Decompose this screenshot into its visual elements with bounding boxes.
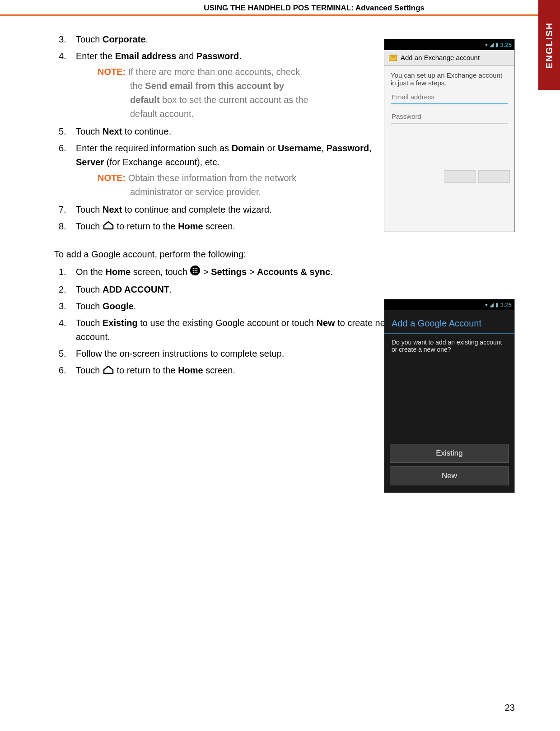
note-text: Obtain these information from the networ…: [126, 173, 296, 183]
existing-button[interactable]: Existing: [390, 444, 509, 463]
note-text: If there are more than one accounts, che…: [126, 67, 300, 77]
button-row: [444, 170, 510, 183]
bold: Next: [103, 126, 122, 136]
clock: 3:25: [500, 302, 512, 308]
step-3: 3. Touch Corporate.: [54, 33, 397, 47]
step-number: 3.: [59, 299, 66, 313]
wifi-icon: ▾: [485, 42, 488, 48]
step-5: 5. Touch Next to continue.: [54, 125, 397, 139]
svg-point-8: [195, 272, 196, 273]
g-step-6: 6. Touch to return to the Home screen.: [54, 363, 397, 378]
note-1: NOTE: If there are more than one account…: [76, 65, 397, 121]
instruction-list-1: 3. Touch Corporate. 4. Enter the Email a…: [54, 33, 397, 234]
screen-title: Add an Exchange account: [401, 54, 480, 61]
bold: Password: [196, 51, 239, 61]
bold: Corporate: [103, 34, 146, 44]
note-text: default box to set the current account a…: [98, 93, 397, 107]
screen-title: Add a Google Account: [384, 310, 514, 334]
signal-icon: ◢: [490, 42, 494, 48]
email-field[interactable]: [391, 90, 508, 104]
svg-point-2: [195, 268, 196, 270]
google-intro: To add a Google account, perform the fol…: [54, 247, 397, 261]
svg-point-5: [195, 270, 196, 271]
note-2: NOTE: Obtain these information from the …: [76, 171, 397, 199]
step-number: 3.: [59, 33, 66, 47]
screen-title-bar: Add an Exchange account: [384, 50, 514, 66]
g-step-1: 1. On the Home screen, touch > Settings …: [54, 265, 397, 280]
step-number: 8.: [59, 219, 66, 233]
language-label: ENGLISH: [544, 22, 555, 69]
ghost-button[interactable]: [478, 170, 510, 183]
svg-point-6: [196, 270, 198, 271]
text: .: [146, 34, 149, 44]
signal-icon: ◢: [490, 302, 494, 308]
instruction-list-2: 1. On the Home screen, touch > Settings …: [54, 265, 397, 378]
step-number: 5.: [59, 125, 66, 139]
svg-point-4: [193, 270, 194, 271]
apps-icon: [190, 265, 201, 280]
bold: Email address: [115, 51, 177, 61]
home-icon: [103, 364, 114, 378]
step-number: 4.: [59, 316, 66, 330]
home-icon: [103, 220, 114, 234]
g-step-5: 5. Follow the on-screen instructions to …: [54, 347, 397, 361]
note-text: the Send email from this account by: [98, 79, 397, 93]
instruction-text: You can set up an Exchange account in ju…: [391, 71, 508, 87]
clock: 3:25: [500, 42, 512, 48]
button-group: Existing New: [390, 440, 509, 485]
mail-icon: [389, 55, 397, 61]
step-8: 8. Touch to return to the Home screen.: [54, 219, 397, 234]
text: Touch: [76, 34, 103, 44]
step-7: 7. Touch Next to continue and complete t…: [54, 203, 397, 217]
step-number: 5.: [59, 347, 66, 361]
language-tab: ENGLISH: [538, 0, 560, 90]
password-field[interactable]: [391, 110, 508, 124]
text: to continue.: [122, 126, 171, 136]
note-label: NOTE:: [98, 173, 126, 183]
new-button[interactable]: New: [390, 466, 509, 485]
step-number: 4.: [59, 49, 66, 63]
text: .: [239, 51, 242, 61]
battery-icon: ▮: [495, 42, 499, 48]
text: and: [176, 51, 196, 61]
battery-icon: ▮: [495, 302, 499, 308]
ghost-button[interactable]: [444, 170, 476, 183]
text: Touch: [76, 126, 103, 136]
svg-point-9: [196, 272, 198, 273]
screenshot-google: ▾ ◢ ▮ 3:25 Add a Google Account Do you w…: [384, 299, 515, 493]
header-title: USING THE HANDHELD POS TERMINAL: Advance…: [204, 4, 425, 13]
text: Enter the: [76, 51, 115, 61]
text: Enter the required information such as: [76, 143, 232, 153]
screen-body: You can set up an Exchange account in ju…: [384, 66, 514, 131]
wifi-icon: ▾: [485, 302, 488, 308]
svg-point-3: [196, 268, 198, 270]
svg-point-1: [193, 268, 194, 270]
svg-point-7: [193, 272, 194, 273]
g-step-3: 3. Touch Google.: [54, 299, 397, 313]
screenshot-exchange: ▾ ◢ ▮ 3:25 Add an Exchange account You c…: [384, 39, 515, 232]
status-bar: ▾ ◢ ▮ 3:25: [384, 39, 514, 50]
step-number: 2.: [59, 283, 66, 297]
step-number: 1.: [59, 265, 66, 279]
note-text: default account.: [98, 107, 397, 121]
g-step-2: 2. Touch ADD ACCOUNT.: [54, 283, 397, 297]
step-number: 6.: [59, 363, 66, 377]
main-content: 3. Touch Corporate. 4. Enter the Email a…: [54, 33, 397, 381]
g-step-4: 4. Touch Existing to use the existing Go…: [54, 316, 397, 344]
header-bar: USING THE HANDHELD POS TERMINAL: Advance…: [0, 0, 560, 16]
step-number: 7.: [59, 203, 66, 217]
step-6: 6. Enter the required information such a…: [54, 141, 397, 199]
note-label: NOTE:: [98, 67, 126, 77]
question-text: Do you want to add an existing account o…: [384, 334, 514, 358]
note-text: administrator or service provider.: [98, 185, 397, 199]
step-4: 4. Enter the Email address and Password.…: [54, 49, 397, 121]
page-number: 23: [505, 703, 515, 713]
status-bar: ▾ ◢ ▮ 3:25: [384, 299, 514, 310]
step-number: 6.: [59, 141, 66, 155]
